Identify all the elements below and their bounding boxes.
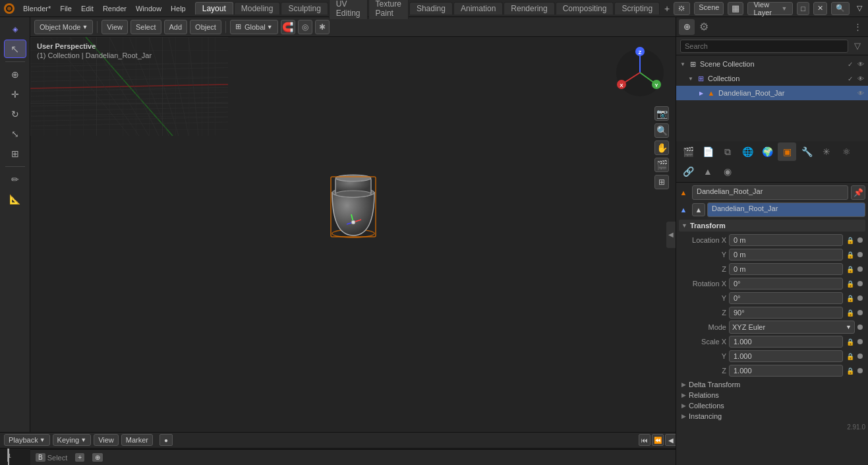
render-preview-btn[interactable]: 🎬 [654,158,669,172]
tl-view-btn[interactable]: View [94,434,119,446]
snap-magnet-btn[interactable]: 🧲 [281,20,295,34]
grease-pencil-btn[interactable]: ✱ [315,20,330,34]
collection-item[interactable]: ▼ ⊞ Collection ✓ 👁 [676,71,868,86]
output-props-tab[interactable]: 📄 [699,142,717,161]
scene-icon-btn[interactable]: ⛭ [674,2,690,15]
location-z-lock[interactable]: 🔒 [846,264,855,274]
coll-visibility-icon[interactable]: 👁 [856,74,865,83]
tab-scripting[interactable]: Scripting [614,2,660,15]
view-layer-props-tab[interactable]: ⧉ [718,142,737,161]
tab-rendering[interactable]: Rendering [504,2,554,15]
scene-coll-render-icon[interactable]: 👁 [856,59,865,69]
tl-record-btn[interactable]: ● [159,434,173,446]
data-tab[interactable]: ▲ [699,162,717,181]
location-y-input[interactable]: 0 m [729,249,843,261]
scene-props-tab[interactable]: 🌐 [738,142,757,161]
menu-edit[interactable]: Edit [77,3,98,14]
outliner-tab[interactable]: ⊕ [679,19,695,35]
menu-render[interactable]: Render [99,3,130,14]
jar-object[interactable] [320,160,386,247]
hand-pan-btn[interactable]: ✋ [654,140,669,155]
location-x-lock[interactable]: 🔒 [846,235,855,245]
rotation-z-lock[interactable]: 🔒 [846,308,855,317]
location-y-dot[interactable] [857,252,863,257]
rotate-tool-btn[interactable]: ↻ [4,105,26,123]
data-name-field[interactable]: Dandelian_Root_Jar [707,202,865,217]
viewport-add-btn[interactable]: Add [164,20,188,34]
tl-marker-btn[interactable]: Marker [121,434,153,446]
tab-texture-paint[interactable]: Texture Paint [368,0,409,19]
tl-jump-start-btn[interactable]: ⏮ [639,434,651,446]
camera-view-btn[interactable]: 📷 [654,106,669,121]
material-tab[interactable]: ◉ [718,162,737,181]
tab-modeling[interactable]: Modeling [234,2,281,15]
relations-row[interactable]: ▶ Relations [679,390,865,400]
scale-y-lock[interactable]: 🔒 [846,352,855,361]
rotation-z-input[interactable]: 90° [729,307,843,319]
tab-sculpting[interactable]: Sculpting [281,2,328,15]
menu-help[interactable]: Help [167,3,190,14]
outliner-search-input[interactable] [680,40,848,53]
constraints-tab[interactable]: 🔗 [679,162,697,181]
location-x-dot[interactable] [857,237,863,243]
modifiers-tab[interactable]: 🔧 [797,142,816,161]
rotation-x-dot[interactable] [857,281,863,286]
collapse-panel-btn[interactable]: ◀ [666,222,676,248]
viewport-2d-btn[interactable]: ⊞ [654,175,669,189]
rotation-x-input[interactable]: 0° [729,278,843,290]
header-collapse-btn[interactable]: ✕ [813,2,827,15]
rotation-y-input[interactable]: 0° [729,292,843,304]
location-z-dot[interactable] [857,266,863,272]
object-item[interactable]: ▶ ▲ Dandelian_Root_Jar 👁 [676,86,868,100]
outliner-settings-btn[interactable]: ⋮ [850,19,865,35]
coll-check-icon[interactable]: ✓ [846,74,855,83]
header-filter-btn[interactable]: ▽ [854,2,865,15]
world-props-tab[interactable]: 🌍 [758,142,776,161]
viewport-object-btn[interactable]: Object [190,20,221,34]
collections-row[interactable]: ▶ Collections [679,400,865,411]
outliner-filter-btn[interactable]: ▽ [851,40,864,53]
transform-space-btn[interactable]: ⊞ Global ▼ [230,20,278,34]
rotation-y-dot[interactable] [857,295,863,301]
header-search-btn[interactable]: 🔍 [831,2,850,15]
menu-blender[interactable]: Blender* [19,3,55,14]
rotation-mode-select[interactable]: XYZ Euler ▼ [729,321,855,334]
rotation-y-lock[interactable]: 🔒 [846,294,855,303]
scale-z-dot[interactable] [857,368,863,373]
rotation-x-lock[interactable]: 🔒 [846,279,855,288]
select-tool-btn[interactable]: ↖ [4,40,26,58]
particles-tab[interactable]: ✳ [817,142,836,161]
blender-logo[interactable] [3,2,15,15]
delta-transform-row[interactable]: ▶ Delta Transform [679,379,865,390]
viewport[interactable]: User Perspective (1) Collection | Dandel… [30,37,676,432]
scale-x-dot[interactable] [857,339,863,344]
scene-coll-visibility-icon[interactable]: ✓ [846,59,855,69]
scale-y-input[interactable]: 1.000 [729,350,843,362]
move-tool-btn[interactable]: ✛ [4,85,26,104]
location-x-input[interactable]: 0 m [729,234,843,246]
render-props-tab[interactable]: 🎬 [679,142,697,161]
tab-compositing[interactable]: Compositing [556,2,614,15]
object-props-tab[interactable]: ▣ [778,142,796,161]
object-name-field[interactable]: Dandelian_Root_Jar [692,185,848,200]
cursor-tool-btn[interactable]: ⊕ [4,65,26,84]
scale-z-input[interactable]: 1.000 [729,365,843,377]
header-expand-btn[interactable]: □ [797,2,809,15]
tab-layout[interactable]: Layout [195,2,233,15]
view-layer-icon-btn[interactable]: ▦ [728,2,743,15]
location-z-input[interactable]: 0 m [729,263,843,275]
viewport-view-btn[interactable]: View [101,20,128,34]
add-workspace-button[interactable]: + [660,2,674,15]
tab-shading[interactable]: Shading [409,2,453,15]
scale-x-lock[interactable]: 🔒 [846,337,855,346]
object-mode-btn[interactable]: Object Mode ▼ [34,20,93,34]
scene-select[interactable]: Scene [694,2,724,15]
scale-z-lock[interactable]: 🔒 [846,366,855,375]
scale-tool-btn[interactable]: ⤡ [4,125,26,143]
navigation-gizmo[interactable]: Z Y X [614,46,666,99]
scale-x-input[interactable]: 1.000 [729,336,843,348]
annotate-tool-btn[interactable]: ✏ [4,170,26,189]
scale-y-dot[interactable] [857,354,863,359]
mode-selector-btn[interactable]: ◈ [4,20,26,38]
proportional-edit-btn[interactable]: ◎ [298,20,312,34]
